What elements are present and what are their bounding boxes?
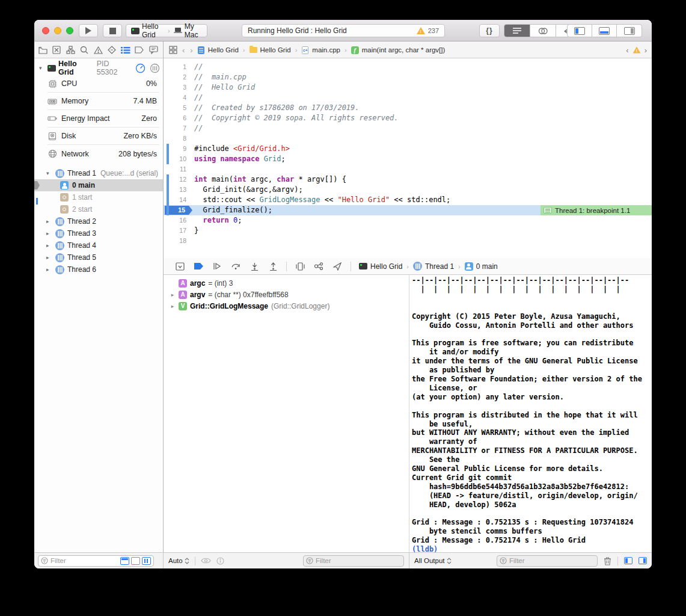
next-issue-button[interactable]: › bbox=[645, 46, 647, 55]
quicklook-eye-icon[interactable] bbox=[201, 557, 211, 564]
hide-debug-area-button[interactable] bbox=[174, 262, 185, 271]
disclosure-triangle-icon[interactable]: ▸ bbox=[46, 230, 52, 236]
toggle-debug-area-button[interactable] bbox=[592, 25, 617, 37]
disclosure-triangle-icon[interactable]: ▾ bbox=[46, 170, 52, 176]
breakpoint-navigator-icon[interactable] bbox=[135, 45, 144, 55]
stack-frame-row[interactable]: 1 start bbox=[34, 191, 163, 203]
gauge-row-memory[interactable]: Memory 7.4 MB bbox=[47, 93, 159, 110]
disclosure-triangle-icon[interactable]: ▸ bbox=[170, 292, 176, 298]
line-number[interactable]: 7 bbox=[164, 123, 186, 134]
issue-navigator-icon[interactable] bbox=[93, 45, 103, 55]
breakpoints-toggle-button[interactable] bbox=[193, 262, 204, 271]
clear-console-trash-icon[interactable] bbox=[604, 556, 611, 565]
line-number[interactable]: 8 bbox=[164, 134, 186, 144]
variable-row-gridlogmessage[interactable]: ▸ V Grid::GridLogMessage (Grid::GridLogg… bbox=[164, 301, 409, 312]
code-line[interactable]: 11 bbox=[164, 164, 652, 174]
line-number[interactable]: 6 bbox=[164, 113, 186, 123]
code-line[interactable]: 12int main(int argc, char * argv[]) { bbox=[164, 174, 652, 185]
continue-button[interactable] bbox=[212, 262, 222, 271]
gauge-row-disk[interactable]: Disk Zero KB/s bbox=[47, 128, 159, 145]
debug-crumb-thread[interactable]: Thread 1 bbox=[425, 262, 454, 271]
code-line[interactable]: 18 bbox=[164, 236, 652, 246]
project-navigator-icon[interactable] bbox=[38, 45, 47, 55]
code-line[interactable]: 9#include <Grid/Grid.h> bbox=[164, 144, 652, 154]
console-filter-field[interactable]: Filter bbox=[497, 555, 598, 567]
line-number[interactable]: 18 bbox=[164, 236, 186, 246]
debug-navigator-icon[interactable] bbox=[121, 45, 130, 55]
stop-button[interactable] bbox=[103, 24, 122, 37]
gauge-row-energy[interactable]: Energy Impact Zero bbox=[47, 110, 159, 128]
minimize-window-button[interactable] bbox=[54, 27, 61, 34]
disclosure-triangle-icon[interactable]: ▸ bbox=[46, 218, 52, 224]
process-row[interactable]: ▾ Hello Grid PID 55302 bbox=[34, 61, 163, 75]
test-navigator-icon[interactable] bbox=[107, 45, 117, 55]
variables-scope-selector[interactable]: Auto bbox=[168, 557, 189, 564]
jump-crumb-project[interactable]: Hello Grid bbox=[208, 46, 239, 54]
zoom-window-button[interactable] bbox=[66, 27, 73, 34]
show-console-view-icon[interactable] bbox=[639, 557, 647, 564]
code-line[interactable]: 13 Grid_init(&argc,&argv); bbox=[164, 185, 652, 195]
variable-row-argv[interactable]: ▸ A argv = (char **) 0x7ffeefbff568 bbox=[164, 289, 409, 300]
view-by-thread-icon[interactable] bbox=[142, 557, 151, 565]
thread-row-2[interactable]: ▸ Thread 2 bbox=[34, 215, 163, 227]
step-into-button[interactable] bbox=[249, 262, 260, 271]
standard-editor-button[interactable] bbox=[504, 25, 530, 37]
step-out-button[interactable] bbox=[268, 262, 278, 271]
line-number[interactable]: 5 bbox=[164, 103, 186, 113]
memory-graph-button[interactable] bbox=[313, 262, 324, 271]
console-output[interactable]: --|--|--|--|--|--|--|--|--|--|--|--|--|-… bbox=[409, 275, 652, 552]
line-number[interactable]: 1 bbox=[164, 62, 186, 72]
go-back-button[interactable]: ‹ bbox=[181, 46, 186, 55]
thread-row-5[interactable]: ▸ Thread 5 bbox=[34, 251, 163, 263]
jump-crumb-symbol[interactable]: main(int argc, char * argv[]) bbox=[362, 46, 446, 54]
show-variables-view-icon[interactable] bbox=[624, 557, 632, 564]
jump-crumb-group[interactable]: Hello Grid bbox=[260, 46, 291, 54]
code-line[interactable]: 16 return 0; bbox=[164, 215, 652, 226]
gauge-row-network[interactable]: Network 208 bytes/s bbox=[47, 145, 159, 162]
disclosure-triangle-icon[interactable]: ▸ bbox=[46, 254, 52, 260]
go-forward-button[interactable]: › bbox=[189, 46, 194, 55]
disclosure-triangle-icon[interactable]: ▸ bbox=[170, 303, 176, 309]
symbol-navigator-icon[interactable] bbox=[66, 45, 75, 55]
debug-view-hierarchy-button[interactable] bbox=[295, 262, 305, 271]
issue-warning-icon[interactable]: ! bbox=[632, 47, 640, 54]
variables-filter-field[interactable]: Filter bbox=[303, 555, 404, 567]
toggle-navigator-panel-button[interactable] bbox=[568, 25, 592, 37]
navigator-filter-field[interactable]: Filter bbox=[38, 555, 154, 567]
assistant-editor-button[interactable] bbox=[530, 25, 556, 37]
debug-crumb-process[interactable]: Hello Grid bbox=[370, 262, 402, 271]
code-line[interactable]: 17} bbox=[164, 226, 652, 236]
threads-view-icon[interactable] bbox=[150, 63, 159, 73]
stack-frame-row-main[interactable]: 0 main bbox=[34, 179, 163, 191]
debug-crumb-frame[interactable]: 0 main bbox=[476, 262, 498, 271]
code-line[interactable]: 7// bbox=[164, 123, 652, 134]
code-line[interactable]: 1// bbox=[164, 62, 652, 72]
report-navigator-icon[interactable] bbox=[149, 45, 158, 55]
stack-frame-row[interactable]: 2 start bbox=[34, 203, 163, 215]
line-number[interactable]: 17 bbox=[164, 226, 186, 236]
scheme-selector[interactable]: Hello Grid › My Mac bbox=[126, 24, 207, 37]
gauge-row-cpu[interactable]: CPU 0% bbox=[47, 75, 159, 93]
close-window-button[interactable] bbox=[42, 27, 49, 34]
show-running-blocks-icon[interactable] bbox=[120, 557, 129, 565]
breakpoint-annotation[interactable]: Thread 1: breakpoint 1.1 bbox=[541, 205, 652, 215]
view-by-queue-icon[interactable] bbox=[131, 557, 140, 565]
disclosure-triangle-icon[interactable]: ▸ bbox=[46, 266, 52, 273]
line-number[interactable]: 4 bbox=[164, 93, 186, 103]
toggle-inspector-panel-button[interactable] bbox=[617, 25, 642, 37]
step-over-button[interactable] bbox=[230, 262, 241, 271]
line-number[interactable]: 2 bbox=[164, 72, 186, 82]
source-control-navigator-icon[interactable] bbox=[52, 45, 61, 55]
related-items-icon[interactable] bbox=[168, 45, 178, 55]
disclosure-triangle-icon[interactable]: ▾ bbox=[39, 65, 45, 71]
line-number[interactable]: 11 bbox=[164, 164, 186, 174]
source-editor[interactable]: 1//2// main.cpp3// Hello Grid4//5// Crea… bbox=[164, 58, 652, 258]
info-icon[interactable] bbox=[216, 557, 224, 565]
variable-row-argc[interactable]: A argc = (int) 3 bbox=[164, 278, 409, 289]
line-number[interactable]: 3 bbox=[164, 82, 186, 93]
jump-crumb-file[interactable]: main.cpp bbox=[312, 46, 340, 54]
code-line[interactable]: 10using namespace Grid; bbox=[164, 154, 652, 164]
code-line[interactable]: 8 bbox=[164, 134, 652, 144]
line-number[interactable]: 16 bbox=[164, 215, 186, 226]
run-button[interactable] bbox=[79, 24, 98, 37]
